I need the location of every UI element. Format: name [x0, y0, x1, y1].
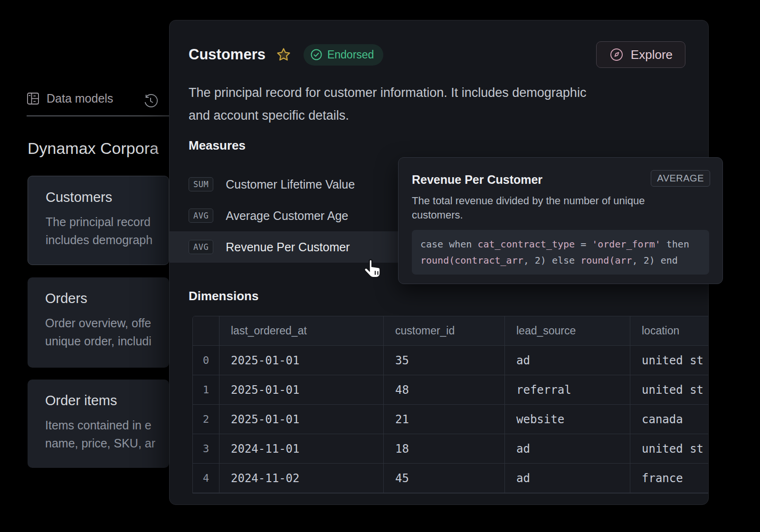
table-cell: united st [630, 434, 709, 464]
measure-label: Average Customer Age [226, 209, 348, 223]
model-card-description: Items contained in e name, price, SKU, a… [45, 416, 169, 452]
table-cell: 2025-01-01 [219, 375, 384, 405]
table-cell: 18 [384, 434, 505, 464]
model-card-description: The principal record includes demograph [46, 213, 169, 249]
measure-label: Customer Lifetime Value [226, 178, 355, 191]
measure-tooltip: Revenue Per Customer AVERAGE The total r… [398, 157, 723, 284]
panel-title: Customers [189, 46, 266, 63]
table-cell: 2024-11-01 [219, 434, 384, 464]
endorsed-label: Endorsed [327, 48, 374, 61]
row-index: 3 [193, 434, 219, 464]
check-circle-icon [310, 48, 323, 61]
workspace-title: Dynamax Corpora [28, 139, 169, 158]
measure-label: Revenue Per Customer [226, 240, 350, 254]
table-cell: ad [505, 464, 630, 493]
tooltip-aggregation-badge: AVERAGE [651, 170, 710, 187]
measures-heading: Measures [189, 138, 246, 153]
favorite-star-icon[interactable] [276, 47, 291, 62]
data-models-icon [27, 92, 39, 105]
table-cell: france [630, 464, 709, 493]
table-cell: ad [505, 434, 630, 464]
model-card-customers[interactable]: Customers The principal record includes … [28, 176, 169, 265]
tooltip-description: The total revenue divided by the number … [412, 194, 645, 222]
tooltip-title: Revenue Per Customer [412, 173, 542, 187]
table-cell: 48 [384, 375, 505, 405]
explore-button[interactable]: Explore [596, 41, 685, 68]
table-cell: ad [505, 346, 630, 375]
endorsed-badge: Endorsed [304, 44, 383, 66]
tab-data-models-label: Data models [47, 92, 113, 105]
panel-header: Customers Endorsed Explore [189, 41, 685, 68]
table-cell: 45 [384, 464, 505, 493]
aggregation-badge: AVG [189, 209, 213, 223]
aggregation-badge: SUM [189, 177, 213, 191]
aggregation-badge: AVG [189, 240, 213, 254]
table-header-last-ordered-at: last_ordered_at [219, 316, 384, 346]
model-card-description: Order overview, offe unique order, inclu… [45, 314, 169, 350]
table-cell: 2025-01-01 [219, 405, 384, 434]
tab-active-underline [27, 115, 169, 116]
model-card-order-items[interactable]: Order items Items contained in e name, p… [28, 380, 169, 468]
table-cell: united st [630, 346, 709, 375]
model-card-title: Customers [46, 190, 169, 205]
model-card-title: Order items [45, 393, 169, 408]
table-cell: united st [630, 375, 709, 405]
row-index: 4 [193, 464, 219, 493]
table-cell: canada [630, 405, 709, 434]
model-card-orders[interactable]: Orders Order overview, offe unique order… [28, 277, 169, 368]
table-cell: 2024-11-02 [219, 464, 384, 493]
model-card-title: Orders [45, 291, 169, 306]
row-index: 2 [193, 405, 219, 434]
table-header-cell [193, 316, 219, 346]
explore-button-label: Explore [631, 48, 673, 62]
dimensions-heading: Dimensions [189, 289, 258, 304]
table-cell: 21 [384, 405, 505, 434]
table-cell: 35 [384, 346, 505, 375]
tooltip-sql-snippet: case when cat_contract_type = 'order_for… [412, 230, 709, 275]
history-icon[interactable] [142, 93, 159, 109]
table-cell: referral [505, 375, 630, 405]
table-cell: 2025-01-01 [219, 346, 384, 375]
panel-description: The principal record for customer inform… [189, 81, 586, 127]
row-index: 1 [193, 375, 219, 405]
table-header-customer-id: customer_id [384, 316, 505, 346]
compass-icon [609, 47, 624, 62]
table-cell: website [505, 405, 630, 434]
table-header-location: location [630, 316, 709, 346]
tab-data-models[interactable]: Data models [27, 92, 113, 105]
row-index: 0 [193, 346, 219, 375]
app-background: Data models Dynamax Corpora Customers Th… [0, 0, 760, 532]
table-header-lead-source: lead_source [505, 316, 630, 346]
dimensions-table: last_ordered_at customer_id lead_source … [192, 316, 709, 494]
